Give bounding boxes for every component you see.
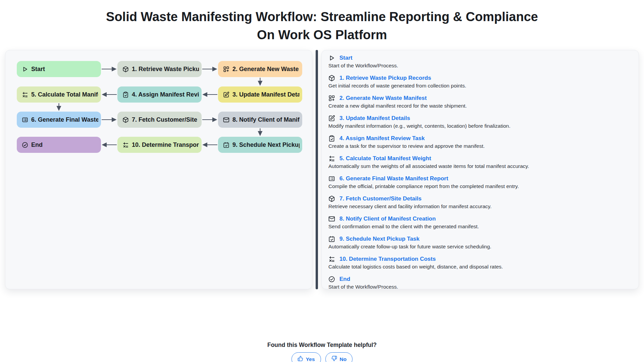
step-item: 3. Update Manifest DetailsModify manifes… — [328, 115, 633, 129]
step-item: EndStart of the Workflow/Process. — [328, 276, 633, 289]
step-description: Calculate total logistics costs based on… — [328, 263, 633, 270]
step-description: Create a task for the supervisor to revi… — [328, 143, 633, 149]
flow-node-n9[interactable]: 9. Schedule Next Pickup Task — [218, 137, 302, 153]
flow-node-label: 2. Generate New Waste Manifest — [232, 66, 300, 73]
step-description: Modify manifest information (e.g., weigh… — [328, 123, 633, 129]
flow-node-end[interactable]: End — [17, 137, 101, 153]
flow-node-n10[interactable]: 10. Determine Transportation Costs — [117, 137, 202, 153]
step-head: End — [328, 276, 633, 283]
step-description: Automatically create follow-up task for … — [328, 243, 633, 250]
step-item: 6. Generate Final Waste Manifest ReportC… — [328, 175, 633, 189]
step-description: Retrieve necessary client and facility i… — [328, 203, 633, 209]
flow-node-label: 7. Fetch Customer/Site Details — [132, 116, 199, 123]
check-circle-icon — [22, 142, 28, 148]
flow-node-n7[interactable]: 7. Fetch Customer/Site Details — [117, 112, 202, 128]
flow-node-label: End — [31, 141, 98, 148]
thumbs-down-icon — [331, 356, 337, 361]
yes-button[interactable]: Yes — [291, 352, 321, 362]
step-title-link[interactable]: 5. Calculate Total Manifest Weight — [339, 155, 431, 162]
flow-node-label: 8. Notify Client of Manifest Creation — [232, 116, 300, 123]
step-description: Start of the Workflow/Process. — [328, 284, 633, 289]
square-pen-icon — [328, 115, 335, 122]
table-list-icon — [22, 117, 28, 123]
flow-node-start[interactable]: Start — [17, 61, 101, 77]
flow-node-n4[interactable]: 4. Assign Manifest Review Task — [117, 86, 202, 103]
no-label: No — [340, 356, 347, 362]
step-item: StartStart of the Workflow/Process. — [328, 54, 633, 69]
play-icon — [328, 55, 335, 61]
box-icon — [328, 75, 335, 81]
step-head: Start — [328, 54, 633, 61]
feedback-question: Found this Workflow Template helpful? — [0, 342, 644, 349]
step-item: 7. Fetch Customer/Site DetailsRetrieve n… — [328, 195, 633, 209]
mail-icon — [223, 117, 229, 123]
step-title-link[interactable]: Start — [339, 54, 353, 61]
page-title: Solid Waste Manifesting Workflow: Stream… — [99, 8, 545, 44]
step-description: Get initial records of waste generated f… — [328, 82, 633, 89]
step-item: 8. Notify Client of Manifest CreationSen… — [328, 215, 633, 230]
step-head: 4. Assign Manifest Review Task — [328, 135, 633, 142]
step-description: Send confirmation email to the client wi… — [328, 223, 633, 230]
flow-node-label: 6. Generate Final Waste Manifest Report — [31, 116, 98, 123]
step-head: 3. Update Manifest Details — [328, 115, 633, 122]
mail-icon — [328, 216, 335, 222]
step-item: 2. Generate New Waste ManifestCreate a n… — [328, 95, 633, 109]
math-icon — [22, 92, 28, 98]
yes-label: Yes — [306, 356, 315, 362]
step-title-link[interactable]: End — [339, 276, 350, 283]
step-title-link[interactable]: 3. Update Manifest Details — [339, 115, 410, 122]
square-pen-icon — [223, 92, 229, 98]
step-title-link[interactable]: 6. Generate Final Waste Manifest Report — [339, 175, 448, 182]
calendar-check-icon — [223, 142, 229, 148]
step-head: 7. Fetch Customer/Site Details — [328, 195, 633, 202]
step-title-link[interactable]: 9. Schedule Next Pickup Task — [339, 235, 420, 242]
calendar-check-icon — [328, 236, 335, 242]
step-head: 6. Generate Final Waste Manifest Report — [328, 175, 633, 182]
clipboard-check-icon — [328, 135, 335, 142]
steps-panel: StartStart of the Workflow/Process.1. Re… — [321, 50, 639, 289]
check-circle-icon — [328, 276, 335, 283]
step-title-link[interactable]: 10. Determine Transportation Costs — [339, 255, 436, 262]
math-icon — [328, 256, 335, 262]
step-description: Start of the Workflow/Process. — [328, 62, 633, 69]
flow-node-label: 9. Schedule Next Pickup Task — [232, 141, 300, 148]
step-title-link[interactable]: 7. Fetch Customer/Site Details — [339, 195, 422, 202]
step-title-link[interactable]: 1. Retrieve Waste Pickup Records — [339, 74, 431, 81]
box-icon — [122, 117, 129, 123]
step-head: 9. Schedule Next Pickup Task — [328, 235, 633, 242]
box-icon — [122, 66, 129, 72]
flow-node-n1[interactable]: 1. Retrieve Waste Pickup Records — [117, 61, 202, 77]
flow-node-label: 4. Assign Manifest Review Task — [132, 91, 199, 98]
step-head: 1. Retrieve Waste Pickup Records — [328, 74, 633, 81]
step-item: 1. Retrieve Waste Pickup RecordsGet init… — [328, 74, 633, 89]
flow-node-label: 10. Determine Transportation Costs — [132, 141, 199, 148]
flow-node-label: 5. Calculate Total Manifest Weight — [31, 91, 98, 98]
step-title-link[interactable]: 8. Notify Client of Manifest Creation — [339, 215, 436, 222]
panel-divider — [316, 50, 318, 289]
step-item: 9. Schedule Next Pickup TaskAutomaticall… — [328, 235, 633, 250]
flow-node-n5[interactable]: 5. Calculate Total Manifest Weight — [17, 86, 101, 103]
math-icon — [328, 155, 335, 162]
no-button[interactable]: No — [325, 352, 353, 362]
clipboard-check-icon — [122, 92, 129, 98]
step-description: Compile the official, printable complian… — [328, 183, 633, 189]
step-title-link[interactable]: 2. Generate New Waste Manifest — [339, 95, 427, 102]
grid-plus-icon — [223, 66, 229, 72]
flow-node-label: 3. Update Manifest Details — [232, 91, 300, 98]
flow-node-n8[interactable]: 8. Notify Client of Manifest Creation — [218, 112, 302, 128]
flow-node-n3[interactable]: 3. Update Manifest Details — [218, 86, 302, 103]
step-title-link[interactable]: 4. Assign Manifest Review Task — [339, 135, 425, 142]
thumbs-up-icon — [298, 356, 303, 361]
grid-plus-icon — [328, 95, 335, 102]
step-head: 5. Calculate Total Manifest Weight — [328, 155, 633, 162]
flow-node-n2[interactable]: 2. Generate New Waste Manifest — [218, 61, 302, 77]
flow-node-n6[interactable]: 6. Generate Final Waste Manifest Report — [17, 112, 101, 128]
flowchart: Start1. Retrieve Waste Pickup Records2. … — [5, 50, 312, 289]
step-head: 8. Notify Client of Manifest Creation — [328, 215, 633, 222]
step-item: 10. Determine Transportation CostsCalcul… — [328, 255, 633, 270]
flow-node-label: 1. Retrieve Waste Pickup Records — [132, 66, 199, 73]
step-item: 5. Calculate Total Manifest WeightAutoma… — [328, 155, 633, 169]
step-item: 4. Assign Manifest Review TaskCreate a t… — [328, 135, 633, 149]
step-head: 2. Generate New Waste Manifest — [328, 95, 633, 102]
flow-node-label: Start — [31, 66, 98, 73]
